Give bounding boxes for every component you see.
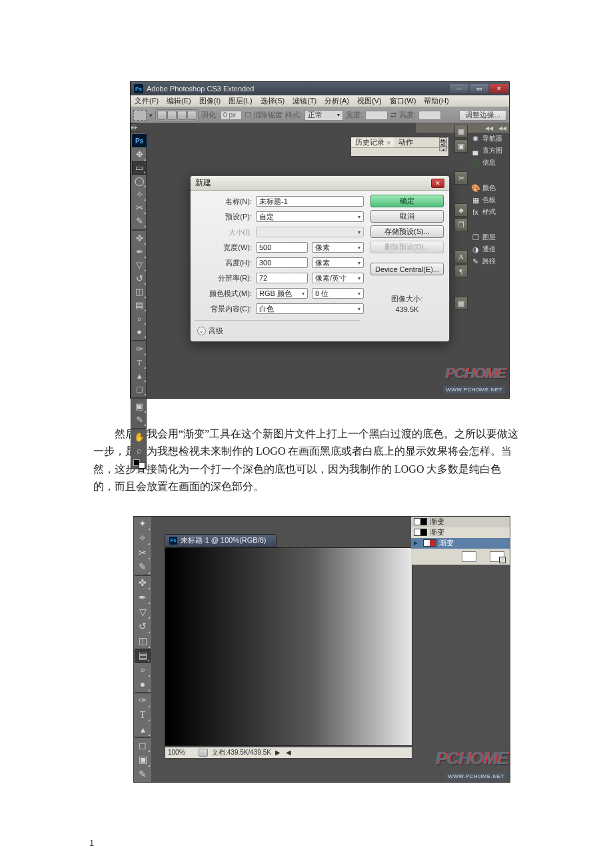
status-icon[interactable]: [199, 749, 208, 757]
gradient-tab-1[interactable]: 渐变: [411, 517, 510, 527]
height-unit-select[interactable]: 像素▾: [312, 257, 364, 268]
dock-icon-2[interactable]: ▣: [454, 139, 468, 153]
name-input[interactable]: 未标题-1: [256, 196, 364, 207]
ok-button[interactable]: 确定: [370, 195, 444, 207]
move-tool-icon[interactable]: ✥: [132, 148, 147, 161]
dodge-tool-icon[interactable]: ●: [135, 677, 151, 692]
dock-info[interactable]: ⓘ信息: [469, 157, 509, 169]
lasso-tool-icon[interactable]: ✦: [135, 517, 151, 531]
pen-tool-icon[interactable]: ✑: [132, 343, 147, 356]
document-tab[interactable]: Ps 未标题-1 @ 100%(RGB/8): [165, 534, 277, 547]
width-unit-select[interactable]: 像素▾: [312, 242, 364, 253]
crop-tool-icon[interactable]: ✂: [132, 201, 147, 215]
status-menu-icon[interactable]: ▶: [275, 749, 282, 756]
crop-tool-icon[interactable]: ✂: [135, 545, 151, 560]
eraser-tool-icon[interactable]: ◫: [135, 634, 151, 649]
style-select[interactable]: 正常▾: [305, 110, 343, 121]
eyedropper-tool-icon[interactable]: ✎: [135, 767, 151, 782]
width-input[interactable]: 500: [256, 242, 308, 253]
selection-new-icon[interactable]: [157, 111, 167, 120]
preset-tile-icon[interactable]: [462, 551, 476, 562]
dock-channels[interactable]: ◑通道: [469, 243, 509, 255]
selection-sub-icon[interactable]: [177, 111, 187, 120]
menu-file[interactable]: 文件(F): [131, 96, 163, 106]
color-mode-select[interactable]: RGB 颜色▾: [256, 288, 308, 299]
save-preset-button[interactable]: 存储预设(S)...: [370, 225, 444, 238]
scroll-left-icon[interactable]: ◀: [286, 749, 293, 756]
menu-analysis[interactable]: 分析(A): [320, 96, 353, 106]
menu-layer[interactable]: 图层(L): [225, 96, 256, 106]
slice-tool-icon[interactable]: ✎: [132, 215, 147, 228]
dock-icon-1[interactable]: ▦: [454, 125, 468, 138]
dock-icon-5[interactable]: ❐: [454, 218, 468, 231]
menu-help[interactable]: 帮助(H): [420, 96, 452, 106]
stamp-tool-icon[interactable]: ▽: [135, 605, 151, 619]
cancel-button[interactable]: 取消: [370, 210, 444, 223]
wand-tool-icon[interactable]: ✧: [132, 188, 147, 201]
wand-tool-icon[interactable]: ✧: [135, 531, 151, 545]
tab-actions[interactable]: 动作: [394, 137, 417, 147]
dock-icon-7[interactable]: ¶: [454, 265, 468, 278]
dock-navigator[interactable]: ✺导航器: [469, 133, 509, 145]
resolution-unit-select[interactable]: 像素/英寸▾: [312, 273, 364, 283]
notes-tool-icon[interactable]: ▣: [132, 400, 147, 413]
bit-depth-select[interactable]: 8 位▾: [312, 288, 364, 299]
menu-window[interactable]: 窗口(W): [386, 96, 420, 106]
pen-tool-icon[interactable]: ✑: [135, 693, 151, 708]
height-input[interactable]: [418, 111, 441, 120]
marquee-tool-icon[interactable]: ▭: [132, 161, 147, 175]
eyedropper-tool-icon[interactable]: ✎: [132, 413, 147, 427]
blur-tool-icon[interactable]: ০: [132, 312, 147, 325]
maximize-button[interactable]: ▭: [470, 84, 488, 93]
dock-styles[interactable]: fx样式: [469, 206, 509, 218]
gradient-tool-icon[interactable]: ▤: [132, 299, 147, 312]
menu-view[interactable]: 视图(V): [353, 96, 386, 106]
eraser-tool-icon[interactable]: ◫: [132, 285, 147, 299]
menu-select[interactable]: 选择(S): [257, 96, 289, 106]
gradient-tab-active[interactable]: ▶渐变: [411, 538, 510, 549]
swap-wh-icon[interactable]: ⇄: [390, 111, 396, 119]
canvas-gradient[interactable]: [165, 547, 412, 746]
brush-tool-icon[interactable]: ✒: [135, 590, 151, 605]
dock-icon-4[interactable]: ♣: [454, 203, 468, 217]
tool-panel-collapse-icon[interactable]: [131, 123, 137, 131]
preset-select[interactable]: 自定▾: [256, 211, 364, 222]
minimize-button[interactable]: —: [450, 84, 468, 93]
dock-icon-3[interactable]: ✂: [454, 171, 468, 185]
menu-edit[interactable]: 编辑(E): [163, 96, 195, 106]
shape-tool-icon[interactable]: ◻: [132, 383, 147, 396]
gradient-tab-2[interactable]: 渐变: [411, 527, 510, 538]
refine-edge-button[interactable]: 调整边缘...: [459, 110, 506, 121]
close-button[interactable]: ✕: [490, 84, 508, 93]
feather-input[interactable]: 0 px: [221, 111, 242, 120]
close-icon[interactable]: ×: [386, 139, 390, 147]
panel-collapse-icon[interactable]: ▸▸: [439, 137, 447, 142]
advanced-toggle[interactable]: ⌄ 高级: [197, 326, 364, 336]
new-preset-tile-icon[interactable]: [490, 551, 504, 562]
heal-tool-icon[interactable]: ✜: [132, 232, 147, 245]
path-select-tool-icon[interactable]: ▴: [135, 722, 151, 737]
selection-add-icon[interactable]: [167, 111, 177, 120]
scroll-up-icon[interactable]: ▴: [439, 147, 447, 151]
menu-image[interactable]: 图像(I): [195, 96, 225, 106]
gradient-tool-icon[interactable]: ▤: [135, 649, 151, 663]
dock-icon-6[interactable]: A: [454, 250, 468, 263]
color-swatch[interactable]: [133, 459, 145, 469]
notes-tool-icon[interactable]: ▣: [135, 753, 151, 767]
lasso-tool-icon[interactable]: ◯: [132, 175, 147, 188]
device-central-button[interactable]: Device Central(E)...: [370, 263, 444, 275]
zoom-tool-icon[interactable]: ⌕: [132, 444, 147, 457]
selection-intersect-icon[interactable]: [187, 111, 197, 120]
brush-tool-icon[interactable]: ✒: [132, 245, 147, 259]
bg-content-select[interactable]: 白色▾: [256, 303, 364, 314]
hand-tool-icon[interactable]: ✋: [132, 431, 147, 444]
dock-histogram[interactable]: ▄直方图: [469, 145, 509, 157]
dock-swatches[interactable]: ▦色板: [469, 194, 509, 206]
panel-menu-icon[interactable]: ▾≡: [439, 142, 447, 147]
dock-icon-8[interactable]: ▦: [454, 297, 468, 310]
menu-filter[interactable]: 滤镜(T): [289, 96, 320, 106]
type-tool-icon[interactable]: T: [135, 708, 151, 723]
blur-tool-icon[interactable]: ০: [135, 663, 151, 677]
tool-preset-dropdown-icon[interactable]: ▾: [149, 112, 153, 119]
stamp-tool-icon[interactable]: ▽: [132, 259, 147, 272]
